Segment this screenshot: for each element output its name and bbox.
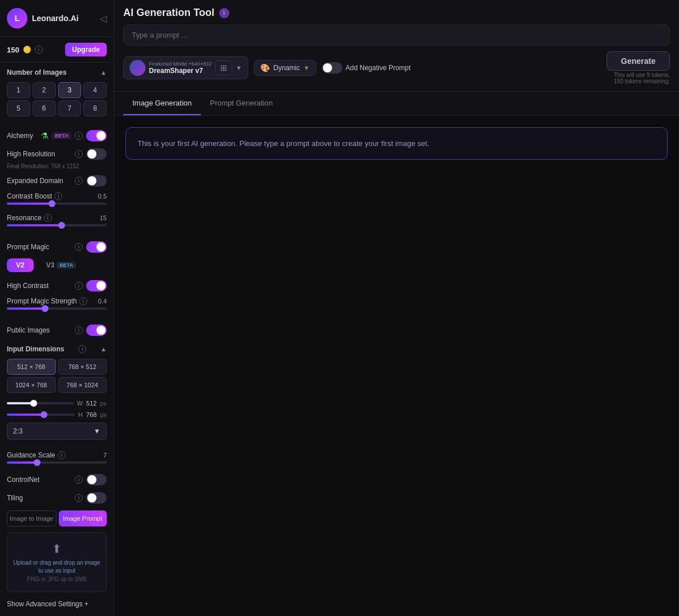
height-slider-row: H 768 px	[0, 409, 114, 420]
expanded-domain-info-icon[interactable]: i	[75, 177, 83, 185]
aspect-ratio-chevron: ▼	[94, 427, 100, 435]
dim-preset-512x768[interactable]: 512 × 768	[7, 359, 56, 375]
expanded-domain-label: Expanded Domain	[7, 177, 71, 185]
height-slider[interactable]	[7, 414, 75, 416]
guidance-scale-track[interactable]	[7, 461, 107, 464]
logo-text: Leonardo.Ai	[32, 14, 79, 23]
dim-preset-1024x768[interactable]: 1024 × 768	[7, 377, 56, 393]
controlnet-toggle[interactable]	[86, 474, 107, 485]
token-icon: 🪙	[23, 46, 31, 54]
token-info-icon[interactable]: i	[35, 46, 43, 54]
style-chevron[interactable]: ▼	[304, 64, 310, 71]
resonance-info[interactable]: i	[44, 214, 52, 222]
prompt-magic-toggle[interactable]	[86, 241, 107, 253]
top-bar: AI Generation Tool i Finetuned Model +64…	[114, 0, 679, 92]
image-to-image-tab[interactable]: Image to Image	[7, 510, 56, 526]
toolbar-row: Finetuned Model +640×832 DreamShaper v7 …	[123, 51, 670, 84]
num-btn-7[interactable]: 7	[58, 100, 82, 116]
controlnet-info[interactable]: i	[75, 476, 83, 484]
expanded-domain-toggle[interactable]	[86, 175, 107, 187]
number-of-images-chevron[interactable]: ▲	[100, 69, 107, 76]
height-label: H	[78, 411, 83, 418]
token-bar: 150 🪙 i Upgrade	[0, 37, 114, 63]
app-title-row: AI Generation Tool i	[123, 7, 670, 19]
num-btn-1[interactable]: 1	[7, 82, 30, 98]
model-dropdown-chevron[interactable]: ▼	[236, 64, 242, 71]
num-btn-6[interactable]: 6	[33, 100, 56, 116]
tiling-info[interactable]: i	[75, 494, 83, 502]
high-contrast-toggle[interactable]	[86, 280, 107, 291]
public-images-toggle[interactable]	[86, 325, 107, 336]
high-resolution-label: High Resolution	[7, 150, 71, 158]
num-btn-8[interactable]: 8	[83, 100, 107, 116]
neg-prompt-toggle: Add Negative Prompt	[322, 62, 411, 74]
main-area: AI Generation Tool i Finetuned Model +64…	[114, 0, 679, 616]
public-images-info[interactable]: i	[75, 326, 83, 334]
resonance-track[interactable]	[7, 224, 107, 226]
dim-preset-768x512[interactable]: 768 × 512	[58, 359, 107, 375]
upload-text: Upload or drag and drop an image to use …	[12, 559, 102, 575]
style-selector[interactable]: 🎨 Dynamic ▼	[254, 60, 316, 76]
prompt-magic-versions: V2 V3 BETA	[0, 256, 114, 277]
upload-area[interactable]: ⬆ Upload or drag and drop an image to us…	[7, 532, 107, 592]
model-selector-icon[interactable]: ⊞	[215, 60, 232, 75]
width-slider[interactable]	[7, 402, 74, 404]
tiling-toggle[interactable]	[86, 492, 107, 504]
tab-prompt-generation[interactable]: Prompt Generation	[201, 92, 282, 115]
dimension-presets: 512 × 768 768 × 512 1024 × 768 768 × 102…	[0, 356, 114, 398]
model-info: Finetuned Model +640×832 DreamShaper v7	[149, 61, 212, 75]
high-contrast-info[interactable]: i	[75, 282, 83, 290]
input-dimensions-chevron[interactable]: ▲	[100, 346, 107, 352]
alchemy-toggle[interactable]	[86, 130, 107, 141]
num-btn-4[interactable]: 4	[83, 82, 107, 98]
resonance-label: Resonance i	[7, 214, 52, 222]
resonance-slider: Resonance i 15	[0, 212, 114, 233]
expanded-domain-row: Expanded Domain i	[0, 172, 114, 190]
app-title-info-icon[interactable]: i	[219, 8, 229, 18]
guidance-scale-info[interactable]: i	[58, 451, 66, 459]
prompt-magic-v3-button[interactable]: V3 BETA	[37, 258, 86, 272]
generate-button[interactable]: Generate	[607, 51, 670, 71]
input-dimensions-info[interactable]: i	[78, 345, 86, 353]
prompt-magic-info[interactable]: i	[75, 243, 83, 251]
model-selector[interactable]: Finetuned Model +640×832 DreamShaper v7 …	[123, 56, 248, 79]
high-resolution-info-icon[interactable]: i	[75, 150, 83, 158]
show-advanced-settings[interactable]: Show Advanced Settings +	[0, 594, 114, 616]
dim-preset-768x1024[interactable]: 768 × 1024	[58, 377, 107, 393]
prompt-magic-strength-info[interactable]: i	[79, 297, 87, 305]
num-btn-3[interactable]: 3	[58, 82, 82, 98]
num-btn-5[interactable]: 5	[7, 100, 30, 116]
collapse-sidebar-icon[interactable]: ◁	[100, 13, 107, 24]
model-avatar	[130, 60, 146, 76]
prompt-magic-v2-button[interactable]: V2	[7, 258, 34, 272]
contrast-boost-value: 0.5	[98, 193, 107, 200]
token-info: This will use 9 tokens. 150 tokens remai…	[614, 72, 670, 84]
logo-icon: L	[7, 8, 27, 29]
height-unit: px	[100, 411, 107, 418]
neg-prompt-label: Add Negative Prompt	[346, 64, 411, 72]
upgrade-button[interactable]: Upgrade	[65, 43, 107, 56]
prompt-magic-strength-track[interactable]	[7, 307, 107, 310]
alchemy-info-icon[interactable]: i	[75, 132, 83, 140]
alchemy-icon: ⚗	[41, 131, 48, 140]
prompt-magic-label: Prompt Magic	[7, 243, 71, 251]
guidance-scale-value: 7	[103, 452, 107, 459]
aspect-ratio-row: 2:3 ▼	[0, 420, 114, 444]
neg-prompt-switch[interactable]	[322, 62, 342, 74]
alchemy-label: Alchemy	[7, 132, 38, 140]
tiling-row: Tiling i	[0, 489, 114, 507]
controlnet-row: ControlNet i	[0, 471, 114, 489]
public-images-label: Public Images	[7, 326, 71, 334]
num-btn-2[interactable]: 2	[33, 82, 56, 98]
high-resolution-toggle[interactable]	[86, 148, 107, 160]
contrast-boost-track[interactable]	[7, 202, 107, 205]
token-info-line1: This will use 9 tokens.	[614, 72, 670, 78]
aspect-ratio-select[interactable]: 2:3 ▼	[7, 423, 107, 440]
image-prompt-tab[interactable]: Image Prompt	[59, 510, 107, 526]
prompt-input[interactable]	[123, 25, 670, 46]
contrast-boost-info[interactable]: i	[54, 192, 62, 200]
guidance-scale-slider: Guidance Scale i 7	[0, 449, 114, 471]
image-prompt-tabs: Image to Image Image Prompt	[0, 507, 114, 530]
tab-image-generation[interactable]: Image Generation	[123, 92, 201, 115]
width-value: 512	[86, 400, 96, 407]
